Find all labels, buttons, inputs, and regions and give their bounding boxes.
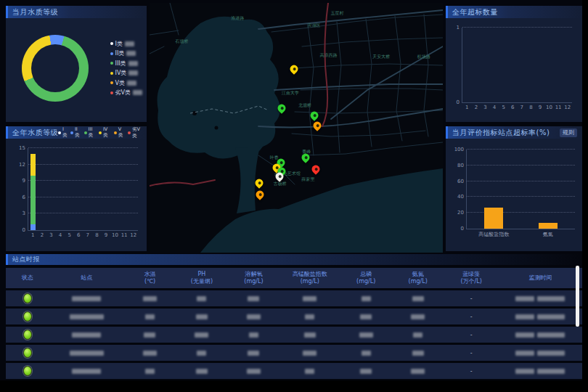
x-tick-label: 1 [465, 105, 468, 110]
table-cell [279, 327, 340, 343]
time-redacted [537, 332, 565, 338]
legend-item: IV类 [110, 69, 142, 77]
panel-annual-exceed-count: 全年超标数量 01123456789101112 [446, 6, 582, 122]
table-cell [499, 363, 582, 379]
legend-dot [70, 131, 73, 134]
date-redacted [515, 332, 534, 338]
legend-item: II类 [70, 126, 81, 139]
value-redacted [413, 332, 422, 338]
legend-label: III类 [89, 126, 96, 139]
x-tick-label: 10 [112, 232, 118, 238]
column-name: 监测时间 [528, 274, 552, 282]
column-name: 溶解氧 [245, 271, 262, 278]
value-redacted [412, 296, 424, 301]
table-scrollbar[interactable] [576, 266, 579, 327]
table-cell [176, 327, 227, 343]
value-redacted [303, 351, 317, 356]
value-redacted [411, 369, 425, 374]
gridline [467, 196, 575, 197]
column-name: 状态 [22, 274, 33, 282]
map-place-label: 机场路 [417, 53, 430, 60]
map-basemap [150, 3, 443, 253]
column-header: 水温(℃) [124, 268, 176, 288]
station-name-redacted [72, 332, 101, 338]
table-cell [340, 309, 391, 324]
table-cell [392, 345, 444, 361]
marker-hole [279, 160, 283, 165]
value-redacted [412, 351, 424, 356]
table-cell [340, 363, 391, 379]
table-cell [499, 345, 582, 361]
table-row[interactable]: - [6, 363, 582, 379]
x-tick-label: 4 [59, 232, 62, 238]
x-tick-label: 10 [546, 105, 552, 110]
table-cell [279, 345, 340, 361]
legend-label: II类 [115, 49, 125, 57]
table-row[interactable]: - [6, 309, 582, 324]
value-redacted [145, 369, 155, 374]
value-redacted [196, 369, 208, 374]
map-place-label: 高浪西路 [319, 52, 337, 59]
table-body: ----- [6, 288, 582, 379]
panel-title-bar: 当月水质等级 [6, 6, 147, 18]
annual-exceed-chart[interactable]: 01123456789101112 [462, 28, 572, 103]
rate-bar [539, 223, 558, 229]
legend-label: II类 [75, 126, 81, 139]
column-unit: (mg/L) [409, 278, 428, 285]
value-redacted [247, 369, 261, 374]
table-cell [340, 327, 391, 343]
value-redacted [248, 351, 259, 356]
exceed-rate-chart[interactable]: 020406080100高锰酸盐指数氨氮 [466, 150, 575, 229]
table-cell [228, 363, 279, 379]
table-cell [499, 309, 582, 324]
panel-title-bar: 全年超标数量 [446, 6, 582, 18]
water-grade-donut-chart[interactable] [22, 35, 89, 102]
gridline [28, 197, 138, 197]
value-redacted [305, 369, 314, 374]
value-redacted [197, 296, 206, 301]
value-redacted [144, 332, 155, 338]
date-redacted [515, 351, 534, 356]
legend-dot [110, 81, 113, 84]
value-redacted [362, 351, 371, 356]
x-tick-label: 8 [95, 232, 98, 238]
redacted-value [125, 41, 134, 46]
x-tick-label: 氨氮 [543, 231, 553, 238]
table-row[interactable]: - [6, 345, 582, 361]
legend-dot [110, 52, 113, 55]
gridline [462, 27, 572, 28]
legend-label: IV类 [103, 126, 111, 139]
table-cell [49, 290, 124, 306]
station-map[interactable]: 石塘桥渔港路滨湖区五星村高浪西路天安大桥机场路江南大学北塘桥叶春青峰吴文化艺术馆… [150, 3, 443, 253]
column-unit: (℃) [144, 278, 155, 285]
table-row[interactable]: - [6, 290, 582, 306]
legend-item: I类 [58, 126, 68, 139]
x-tick-label: 3 [49, 232, 52, 238]
table-cell: - [444, 363, 498, 379]
x-tick-label: 2 [475, 105, 478, 110]
table-cell: - [444, 327, 498, 343]
marker-hole [257, 181, 261, 185]
table-cell [499, 327, 582, 343]
column-header: 溶解氧(mg/L) [228, 268, 279, 288]
status-indicator [23, 311, 32, 322]
value-redacted [359, 332, 373, 338]
value-redacted [143, 296, 157, 301]
column-header: 高锰酸盐指数(mg/L) [279, 268, 340, 288]
table-cell [392, 290, 444, 306]
table-row[interactable]: - [6, 327, 582, 343]
table-cell [6, 327, 49, 343]
legend-dot [128, 131, 131, 134]
table-cell [228, 327, 279, 343]
marker-hole [312, 113, 317, 118]
annual-grade-chart[interactable]: 03691215123456789101112 [28, 148, 138, 231]
time-redacted [537, 351, 565, 356]
column-unit: (万个/L) [460, 278, 481, 285]
rules-link[interactable]: 规则 [560, 128, 577, 137]
legend-dot [110, 91, 113, 94]
value-redacted [303, 296, 317, 301]
legend-dot [58, 131, 61, 134]
station-name-redacted [70, 314, 104, 319]
y-tick-label: 6 [23, 195, 25, 200]
legend-item: II类 [110, 49, 142, 57]
